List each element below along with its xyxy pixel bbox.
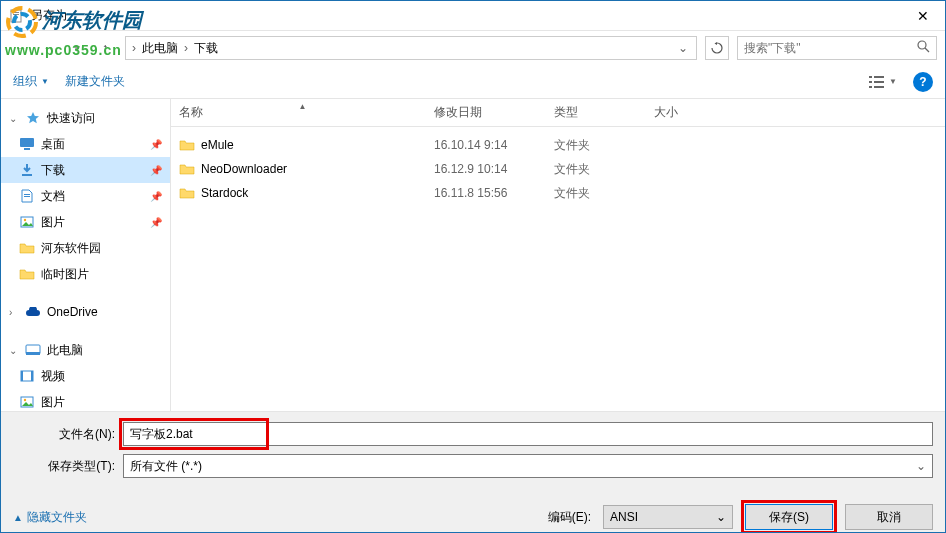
filetype-value: 所有文件 (*.*): [130, 458, 916, 475]
file-date: 16.11.8 15:56: [426, 186, 546, 200]
save-form: 文件名(N): 保存类型(T): 所有文件 (*.*) ⌄: [1, 411, 945, 494]
file-rows: eMule 16.10.14 9:14 文件夹 NeoDownloader 16…: [171, 127, 945, 411]
app-icon: [9, 8, 25, 24]
column-date[interactable]: 修改日期: [426, 104, 546, 121]
svg-rect-12: [874, 86, 884, 88]
save-button[interactable]: 保存(S): [745, 504, 833, 530]
sidebar-item-label: 图片: [41, 394, 65, 411]
chevron-down-icon: ⌄: [716, 510, 726, 524]
breadcrumb-seg-0[interactable]: 此电脑: [138, 40, 182, 57]
expand-icon[interactable]: ›: [9, 307, 19, 318]
sidebar-item-label: 图片: [41, 214, 65, 231]
collapse-icon[interactable]: ⌄: [9, 345, 19, 356]
encoding-select[interactable]: ANSI ⌄: [603, 505, 733, 529]
new-folder-button[interactable]: 新建文件夹: [65, 73, 125, 90]
breadcrumb[interactable]: › 此电脑 › 下载 ⌄: [125, 36, 697, 60]
svg-rect-2: [11, 10, 21, 22]
document-icon: [19, 188, 35, 204]
sidebar-label: OneDrive: [47, 305, 98, 319]
svg-point-19: [24, 219, 26, 221]
pin-icon: 📌: [150, 139, 162, 150]
file-type: 文件夹: [546, 137, 646, 154]
video-icon: [19, 368, 35, 384]
filetype-label: 保存类型(T):: [13, 458, 123, 475]
toolbar: 组织 ▼ 新建文件夹 ▼ ?: [1, 65, 945, 99]
help-button[interactable]: ?: [913, 72, 933, 92]
file-date: 16.12.9 10:14: [426, 162, 546, 176]
folder-icon: [179, 186, 195, 200]
refresh-button[interactable]: [705, 36, 729, 60]
svg-rect-23: [21, 371, 23, 381]
encoding-value: ANSI: [610, 510, 716, 524]
svg-rect-13: [20, 138, 34, 147]
hide-folders-label: 隐藏文件夹: [27, 509, 87, 526]
sidebar-onedrive[interactable]: › OneDrive: [1, 299, 170, 325]
file-row[interactable]: Stardock 16.11.8 15:56 文件夹: [171, 181, 945, 205]
svg-rect-16: [24, 194, 30, 195]
file-list: 名称▲ 修改日期 类型 大小 eMule 16.10.14 9:14 文件夹 N…: [171, 99, 945, 411]
download-icon: [19, 162, 35, 178]
sidebar-quick-access[interactable]: ⌄ 快速访问: [1, 105, 170, 131]
sidebar-item-desktop[interactable]: 桌面 📌: [1, 131, 170, 157]
file-date: 16.10.14 9:14: [426, 138, 546, 152]
picture-icon: [19, 214, 35, 230]
search-icon[interactable]: [917, 40, 930, 56]
recent-dropdown[interactable]: ▾: [65, 36, 89, 60]
up-button[interactable]: ↑: [93, 36, 117, 60]
breadcrumb-seg-1[interactable]: 下载: [190, 40, 222, 57]
svg-rect-24: [31, 371, 33, 381]
sidebar-item-pictures[interactable]: 图片 📌: [1, 209, 170, 235]
sidebar-item-videos[interactable]: 视频: [1, 363, 170, 389]
file-row[interactable]: NeoDownloader 16.12.9 10:14 文件夹: [171, 157, 945, 181]
file-type: 文件夹: [546, 185, 646, 202]
close-button[interactable]: ✕: [900, 1, 945, 30]
file-row[interactable]: eMule 16.10.14 9:14 文件夹: [171, 133, 945, 157]
cancel-button-label: 取消: [877, 509, 901, 526]
search-input[interactable]: [744, 41, 917, 55]
sidebar-item-downloads[interactable]: 下载 📌: [1, 157, 170, 183]
picture-icon: [19, 394, 35, 410]
column-headers: 名称▲ 修改日期 类型 大小: [171, 99, 945, 127]
folder-icon: [19, 240, 35, 256]
svg-rect-11: [869, 86, 872, 88]
file-name: Stardock: [201, 186, 248, 200]
chevron-down-icon: ▼: [889, 77, 897, 86]
column-size[interactable]: 大小: [646, 104, 726, 121]
sidebar-label: 此电脑: [47, 342, 83, 359]
desktop-icon: [19, 136, 35, 152]
filetype-select[interactable]: 所有文件 (*.*) ⌄: [123, 454, 933, 478]
svg-point-26: [24, 399, 26, 401]
search-box[interactable]: [737, 36, 937, 60]
folder-icon: [179, 162, 195, 176]
pc-icon: [25, 342, 41, 358]
forward-button[interactable]: →: [37, 36, 61, 60]
new-folder-label: 新建文件夹: [65, 73, 125, 90]
collapse-icon[interactable]: ⌄: [9, 113, 19, 124]
pin-icon: 📌: [150, 217, 162, 228]
sidebar-item-label: 下载: [41, 162, 65, 179]
column-name[interactable]: 名称▲: [171, 104, 426, 121]
sidebar-item-documents[interactable]: 文档 📌: [1, 183, 170, 209]
sidebar-item-folder[interactable]: 河东软件园: [1, 235, 170, 261]
cancel-button[interactable]: 取消: [845, 504, 933, 530]
chevron-right-icon: ›: [182, 41, 190, 55]
back-button[interactable]: ←: [9, 36, 33, 60]
svg-rect-15: [22, 174, 32, 176]
sidebar-item-folder[interactable]: 临时图片: [1, 261, 170, 287]
breadcrumb-dropdown[interactable]: ⌄: [674, 41, 692, 55]
organize-label: 组织: [13, 73, 37, 90]
window-title: 另存为: [31, 7, 900, 24]
sidebar-this-pc[interactable]: ⌄ 此电脑: [1, 337, 170, 363]
pin-icon: 📌: [150, 191, 162, 202]
sidebar-item-pictures[interactable]: 图片: [1, 389, 170, 411]
hide-folders-button[interactable]: ▲ 隐藏文件夹: [13, 509, 87, 526]
view-mode-button[interactable]: ▼: [869, 75, 897, 89]
view-icon: [869, 75, 887, 89]
filename-input[interactable]: [123, 422, 933, 446]
sidebar-item-label: 文档: [41, 188, 65, 205]
organize-button[interactable]: 组织 ▼: [13, 73, 49, 90]
file-name: eMule: [201, 138, 234, 152]
column-type[interactable]: 类型: [546, 104, 646, 121]
svg-rect-10: [874, 81, 884, 83]
svg-line-6: [925, 48, 929, 52]
